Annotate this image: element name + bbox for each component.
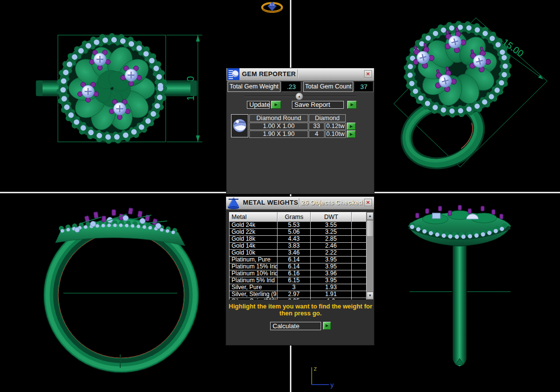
metal-dwt: 2.22 bbox=[311, 250, 352, 257]
gem-table-column-material: Diamond bbox=[309, 114, 346, 122]
metal-grams: 2.97 bbox=[278, 291, 311, 298]
metal-dwt: 3.55 bbox=[311, 222, 352, 229]
jewel-toolbar-icon[interactable] bbox=[261, 0, 285, 14]
seam-line bbox=[58, 232, 184, 358]
metal-dwt: 3.95 bbox=[311, 257, 352, 263]
metal-row[interactable]: Gold 14k 3.83 2.46 bbox=[229, 243, 367, 250]
gem-type-icon-cell bbox=[231, 114, 248, 137]
objects-checked-status: 26 Objects Checked bbox=[301, 199, 363, 206]
table-scrollbar[interactable]: ▲ ▼ bbox=[367, 212, 373, 300]
column-grams: Grams bbox=[278, 212, 311, 222]
metal-row[interactable]: Gold 10k 3.46 2.22 bbox=[229, 250, 367, 257]
z-axis-label: z bbox=[314, 365, 317, 372]
metal-grams: 6.14 bbox=[278, 263, 311, 270]
close-icon[interactable]: ✕ bbox=[364, 70, 372, 78]
scroll-down-icon[interactable]: ▼ bbox=[367, 292, 373, 300]
metal-row[interactable]: Gold 18k 4.43 2.85 bbox=[229, 236, 367, 243]
metal-row[interactable]: Gold 22k 5.06 3.25 bbox=[229, 229, 367, 236]
total-gem-count-label: Total Gem Count bbox=[303, 82, 353, 92]
metal-grams: 2.95 bbox=[278, 298, 311, 300]
metal-row[interactable]: Platinum 15% Irid 6.14 3.95 bbox=[229, 263, 367, 270]
gem-report-icon bbox=[227, 68, 239, 80]
metal-grams: 5.06 bbox=[278, 229, 311, 236]
metal-row[interactable]: Gold 24k 5.53 3.55 bbox=[229, 222, 367, 229]
metal-name: Platinum 15% Irid bbox=[229, 263, 278, 270]
metal-row[interactable]: Platinum 10% Irid 6.16 3.96 bbox=[229, 270, 367, 277]
metal-dwt: 2.46 bbox=[311, 243, 352, 250]
metal-name: Silver, Pure bbox=[229, 284, 278, 291]
metal-dwt: 1.91 bbox=[311, 291, 352, 298]
metal-row[interactable]: Platinum, Pure 6.14 3.95 bbox=[229, 257, 367, 263]
save-report-go-button[interactable]: ▶ bbox=[347, 101, 357, 109]
scroll-up-icon[interactable]: ▲ bbox=[367, 212, 373, 220]
update-button[interactable]: Update bbox=[247, 101, 270, 109]
metal-name: Gold 24k bbox=[229, 222, 278, 229]
shank-stem bbox=[453, 235, 467, 359]
metal-row[interactable]: Silver, Pure 3 1.93 bbox=[229, 284, 367, 291]
metal-grams: 6.16 bbox=[278, 270, 311, 277]
column-metal: Metal bbox=[229, 212, 278, 222]
metal-dwt: 3.25 bbox=[311, 229, 352, 236]
metal-weights-titlebar[interactable]: METAL WEIGHTS 26 Objects Checked ✕ bbox=[226, 197, 374, 210]
metal-grams: 6.14 bbox=[278, 257, 311, 263]
cad-application-window: 15.00 bbox=[0, 0, 560, 392]
metal-grams: 3.83 bbox=[278, 243, 311, 250]
gem-size: 1.00 X 1.00 bbox=[249, 123, 308, 130]
metal-row[interactable]: Silver, Sterling (9... 2.97 1.91 bbox=[229, 291, 367, 298]
metal-weights-title: METAL WEIGHTS bbox=[243, 199, 298, 206]
gem-total-weight: 0.12tw bbox=[325, 123, 346, 130]
metal-dwt: 3.95 bbox=[311, 263, 352, 270]
ring-top-view bbox=[36, 36, 197, 141]
gem-size: 1.90 X 1.90 bbox=[249, 131, 308, 138]
metal-weights-table: Metal Grams DWT Gold 24k 5.53 3.55 Gold … bbox=[229, 212, 367, 300]
metal-name: Platinum 10% Irid bbox=[229, 270, 278, 277]
metal-row[interactable]: Silver, Coin (900) 2.95 1.9 bbox=[229, 298, 367, 300]
total-gem-count-value: 37 bbox=[354, 82, 373, 92]
metal-grams: 5.53 bbox=[278, 222, 311, 229]
metal-grams: 3 bbox=[278, 284, 311, 291]
close-icon[interactable]: ✕ bbox=[364, 199, 372, 206]
ring-side-view bbox=[408, 205, 511, 366]
update-go-button[interactable]: ▶ bbox=[271, 101, 281, 109]
arrowhead-icon bbox=[196, 135, 200, 142]
calculate-button[interactable]: Calculate bbox=[270, 322, 321, 330]
save-report-button[interactable]: Save Report bbox=[292, 101, 344, 109]
collapse-slider-knob[interactable]: ▲ bbox=[295, 92, 303, 100]
gem-reporter-title: GEM REPORTER bbox=[242, 70, 296, 78]
metal-table-header: Metal Grams DWT bbox=[229, 212, 367, 222]
metal-name: Gold 22k bbox=[229, 229, 278, 236]
calculate-go-button[interactable]: ▶ bbox=[323, 322, 331, 330]
gem-count: 4 bbox=[309, 131, 325, 138]
metal-name: Gold 14k bbox=[229, 243, 278, 250]
metal-dwt: 2.85 bbox=[311, 236, 352, 243]
metal-dwt: 1.93 bbox=[311, 284, 352, 291]
metal-row[interactable]: Platinum 5% Irid 6.15 3.95 bbox=[229, 277, 367, 284]
titlebar-separator bbox=[297, 70, 298, 79]
column-empty bbox=[352, 212, 367, 222]
y-axis-label: y bbox=[330, 381, 334, 389]
metal-dwt: 3.95 bbox=[311, 277, 352, 284]
gem-reporter-titlebar[interactable]: GEM REPORTER ✕ bbox=[227, 68, 374, 81]
ring-perspective-view bbox=[396, 12, 520, 173]
gem-count: 33 bbox=[309, 123, 325, 130]
titlebar-separator bbox=[299, 198, 300, 207]
metal-weights-panel: METAL WEIGHTS 26 Objects Checked ✕ Metal… bbox=[226, 196, 374, 346]
arrowhead-icon bbox=[196, 35, 200, 42]
metal-name: Gold 10k bbox=[229, 250, 278, 257]
total-gem-weight-value: .23 bbox=[281, 82, 301, 92]
metal-dwt: 3.96 bbox=[311, 270, 352, 277]
metal-grams: 6.15 bbox=[278, 277, 311, 284]
scrollbar-thumb[interactable] bbox=[367, 220, 373, 237]
metal-name: Platinum, Pure bbox=[229, 257, 278, 263]
diamond-gem-icon bbox=[232, 115, 248, 137]
gem-row-go-button[interactable]: ▶ bbox=[347, 123, 356, 130]
metal-name: Platinum 5% Irid bbox=[229, 277, 278, 284]
ring-front-view bbox=[44, 208, 199, 373]
total-gem-weight-label: Total Gem Weight bbox=[228, 82, 280, 92]
gem-row-go-button[interactable]: ▶ bbox=[347, 131, 356, 138]
metal-grams: 4.43 bbox=[278, 236, 311, 243]
metal-name: Gold 18k bbox=[229, 236, 278, 243]
gem-total-weight: 0.10tw bbox=[325, 131, 346, 138]
gem-table-column-shape: Diamond Round bbox=[249, 114, 308, 122]
metal-name: Silver, Coin (900) bbox=[229, 298, 278, 300]
